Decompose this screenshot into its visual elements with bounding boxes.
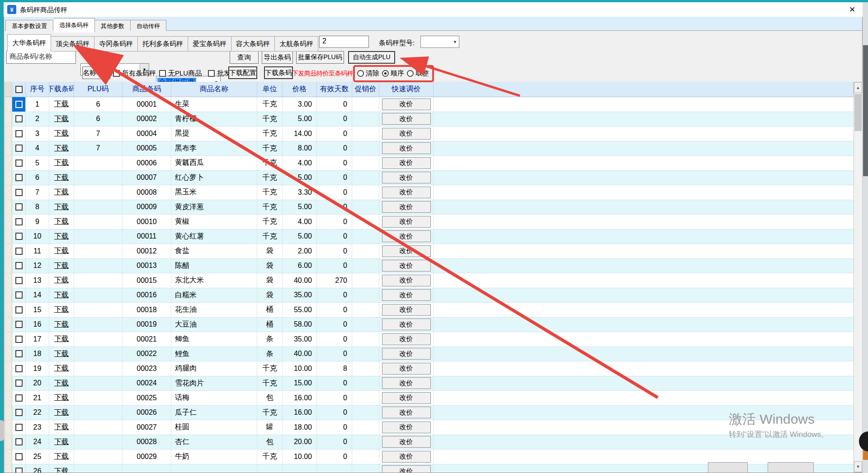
price-change-button[interactable]: 改价 — [382, 421, 431, 433]
row-checkbox-cell[interactable] — [12, 318, 26, 332]
row-checkbox[interactable] — [15, 291, 23, 299]
price-change-button[interactable]: 改价 — [382, 363, 431, 375]
price-factor-input[interactable]: 2 — [319, 36, 369, 48]
row-checkbox-cell[interactable] — [12, 244, 26, 258]
price-change-button[interactable]: 改价 — [382, 377, 431, 389]
scale-tab-6[interactable]: 太航条码秤 — [275, 36, 318, 52]
download-link[interactable]: 下载 — [54, 261, 69, 271]
download-barcode-button[interactable]: 下载条码 — [264, 66, 293, 79]
price-change-button[interactable]: 改价 — [382, 451, 431, 463]
download-link[interactable]: 下载 — [54, 276, 69, 285]
download-link[interactable]: 下载 — [54, 99, 69, 109]
scale-tab-4[interactable]: 爱宝条码秤 — [188, 36, 231, 52]
row-checkbox[interactable] — [15, 130, 23, 137]
name-download-button[interactable]: 名称下载 — [82, 66, 110, 79]
price-change-button[interactable]: 改价 — [382, 275, 431, 286]
row-checkbox-cell[interactable] — [12, 112, 26, 126]
row-checkbox-cell[interactable] — [12, 97, 26, 112]
row-checkbox[interactable] — [15, 174, 23, 181]
row-checkbox[interactable] — [15, 438, 23, 445]
download-link[interactable]: 下载 — [54, 158, 69, 168]
download-link[interactable]: 下载 — [54, 217, 69, 226]
price-change-button[interactable]: 改价 — [382, 201, 431, 213]
price-change-button[interactable]: 改价 — [382, 304, 431, 316]
price-change-button[interactable]: 改价 — [382, 142, 431, 154]
price-change-button[interactable]: 改价 — [382, 407, 431, 418]
query-button[interactable]: 查询 — [230, 51, 259, 64]
scale-model-combo[interactable]: ▼ — [420, 36, 459, 48]
row-checkbox-cell[interactable] — [12, 229, 26, 244]
row-checkbox-cell[interactable] — [12, 303, 26, 317]
row-checkbox[interactable] — [15, 277, 23, 284]
scroll-down-icon[interactable]: ▼ — [854, 461, 862, 472]
row-checkbox[interactable] — [15, 145, 23, 152]
row-checkbox[interactable] — [15, 336, 23, 343]
download-link[interactable]: 下载 — [54, 452, 69, 461]
row-checkbox[interactable] — [15, 306, 23, 314]
price-change-button[interactable]: 改价 — [382, 333, 431, 345]
row-checkbox-cell[interactable] — [12, 420, 26, 435]
download-link[interactable]: 下载 — [54, 114, 69, 124]
row-checkbox-cell[interactable] — [12, 464, 26, 473]
download-link[interactable]: 下载 — [54, 246, 69, 256]
download-link[interactable]: 下载 — [54, 290, 69, 300]
checkbox-box[interactable] — [159, 70, 166, 77]
scale-tab-1[interactable]: 顶尖条码秤 — [51, 36, 94, 52]
row-checkbox-cell[interactable] — [12, 215, 26, 229]
scale-tab-5[interactable]: 容大条码秤 — [231, 36, 275, 52]
download-link[interactable]: 下载 — [54, 144, 69, 153]
row-checkbox-cell[interactable] — [12, 185, 26, 200]
price-change-button[interactable]: 改价 — [382, 128, 431, 140]
price-change-button[interactable]: 改价 — [382, 230, 431, 242]
row-checkbox-cell[interactable] — [12, 391, 26, 405]
row-checkbox-cell[interactable] — [12, 347, 26, 361]
row-checkbox-cell[interactable] — [12, 332, 26, 347]
download-link[interactable]: 下载 — [54, 379, 69, 388]
auto-generate-plu-button[interactable]: 自动生成PLU — [348, 51, 395, 64]
row-checkbox[interactable] — [15, 409, 23, 416]
row-checkbox[interactable] — [15, 453, 23, 460]
price-change-button[interactable]: 改价 — [382, 98, 431, 110]
row-checkbox-cell[interactable] — [12, 171, 26, 185]
download-config-button[interactable]: 下载配置 — [228, 66, 257, 79]
row-checkbox-cell[interactable] — [12, 126, 26, 141]
row-checkbox-cell[interactable] — [12, 435, 26, 450]
scroll-up-icon[interactable]: ▲ — [854, 82, 862, 93]
row-checkbox[interactable] — [15, 101, 23, 108]
price-change-button[interactable]: 改价 — [382, 187, 431, 198]
checkbox-0[interactable]: 所有条码秤 — [113, 69, 156, 78]
checkbox-box[interactable] — [208, 70, 215, 77]
download-link[interactable]: 下载 — [54, 232, 69, 241]
radio-2[interactable]: 取整 — [407, 69, 429, 78]
download-link[interactable]: 下载 — [54, 129, 69, 138]
row-checkbox-cell[interactable] — [12, 376, 26, 391]
row-checkbox-cell[interactable] — [12, 200, 26, 215]
row-checkbox[interactable] — [15, 468, 23, 473]
download-link[interactable]: 下载 — [54, 467, 69, 473]
price-change-button[interactable]: 改价 — [382, 113, 431, 125]
export-barcode-button[interactable]: 导出条码 — [262, 51, 293, 64]
row-checkbox[interactable] — [15, 394, 23, 402]
download-link[interactable]: 下载 — [54, 173, 69, 183]
row-checkbox[interactable] — [15, 321, 23, 328]
row-checkbox-cell[interactable] — [12, 141, 26, 156]
radio-circle[interactable] — [382, 70, 389, 77]
row-checkbox-cell[interactable] — [12, 259, 26, 273]
select-all-checkbox[interactable] — [15, 86, 23, 93]
row-checkbox-cell[interactable] — [12, 406, 26, 420]
row-checkbox-cell[interactable] — [12, 450, 26, 464]
scrollbar-thumb[interactable] — [854, 94, 862, 131]
search-input[interactable]: 商品条码/名称 — [6, 51, 76, 64]
price-change-button[interactable]: 改价 — [382, 392, 431, 404]
row-checkbox-cell[interactable] — [12, 361, 26, 376]
row-checkbox[interactable] — [15, 115, 23, 122]
price-change-button[interactable]: 改价 — [382, 318, 431, 330]
price-change-button[interactable]: 改价 — [382, 245, 431, 257]
close-icon[interactable]: ✕ — [849, 5, 855, 14]
row-checkbox[interactable] — [15, 189, 23, 196]
tab-1[interactable]: 选择条码秤 — [53, 18, 95, 33]
row-checkbox[interactable] — [15, 365, 23, 372]
row-checkbox[interactable] — [15, 248, 23, 255]
row-checkbox[interactable] — [15, 424, 23, 431]
row-checkbox[interactable] — [15, 379, 23, 387]
